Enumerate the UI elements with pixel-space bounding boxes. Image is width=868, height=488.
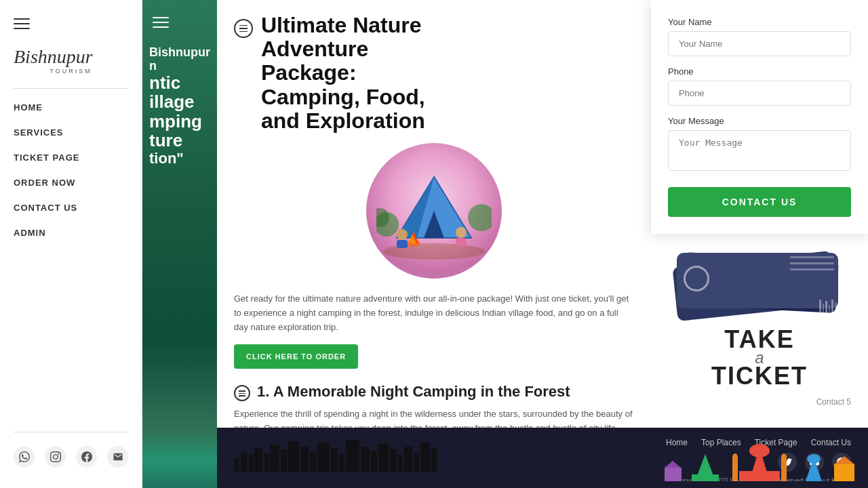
article-title: 1. A Memorable Night Camping in the Fore…: [257, 382, 570, 402]
svg-rect-52: [651, 481, 868, 488]
footer: Home Top Places Ticket Page Contact Us: [217, 428, 868, 488]
whatsapp-icon[interactable]: [14, 446, 35, 468]
svg-rect-14: [234, 458, 239, 472]
svg-rect-28: [361, 447, 370, 472]
sidebar-divider2: [14, 432, 128, 432]
sidebar-menu-icon[interactable]: [14, 14, 34, 34]
svg-rect-24: [317, 443, 330, 472]
sidebar-item-ticket[interactable]: TICKET PAGE: [14, 146, 128, 169]
svg-point-9: [456, 227, 467, 238]
svg-point-12: [468, 204, 492, 231]
svg-point-38: [749, 444, 770, 458]
take-ticket-text: TAKE a TICKET: [711, 325, 808, 390]
name-label: Your Name: [668, 17, 851, 27]
article-header: 1. A Memorable Night Camping in the Fore…: [234, 382, 634, 402]
social-icons: [0, 439, 142, 474]
menu-circle-icon: [234, 19, 253, 38]
instagram-icon[interactable]: [45, 446, 66, 468]
hero-menu-icon[interactable]: [153, 12, 173, 33]
sidebar-item-home[interactable]: HOME: [14, 96, 128, 119]
sidebar-divider: [14, 88, 128, 89]
svg-rect-36: [431, 448, 437, 472]
sidebar-item-admin[interactable]: ADMIN: [14, 221, 128, 245]
svg-rect-48: [665, 468, 682, 481]
svg-point-7: [397, 229, 408, 240]
svg-rect-21: [288, 441, 299, 472]
svg-rect-23: [310, 451, 316, 472]
name-field-group: Your Name: [668, 17, 851, 56]
ticket-area: TAKE a TICKET Contact 5: [651, 234, 868, 428]
svg-rect-50: [834, 464, 854, 481]
svg-rect-35: [420, 443, 430, 472]
message-input[interactable]: [668, 130, 851, 171]
svg-rect-26: [339, 453, 344, 472]
email-icon[interactable]: [107, 446, 128, 468]
sidebar-nav: HOME SERVICES TICKET PAGE ORDER NOW CONT…: [0, 96, 142, 425]
phone-input[interactable]: [668, 81, 851, 106]
sidebar: Bishnupur TOURISM HOME SERVICES TICKET P…: [0, 0, 142, 488]
water-reflection: [142, 434, 217, 488]
contact5-label: Contact 5: [816, 397, 851, 407]
contact-submit-button[interactable]: CONTACT US: [668, 187, 851, 217]
svg-point-43: [781, 453, 787, 462]
svg-rect-18: [264, 453, 269, 472]
svg-rect-22: [300, 447, 309, 472]
svg-point-41: [732, 453, 738, 462]
contact-form-panel: Your Name Phone Your Message CONTACT US: [651, 0, 868, 234]
middle-content: Ultimate Nature Adventure Package: Campi…: [217, 0, 651, 428]
svg-rect-8: [397, 240, 408, 248]
package-header: Ultimate Nature Adventure Package: Campi…: [234, 14, 634, 133]
logo-subtitle: TOURISM: [14, 68, 128, 75]
city-skyline: [234, 438, 666, 472]
ticket-graphic: [671, 251, 848, 319]
svg-rect-20: [281, 449, 288, 472]
package-title: Ultimate Nature Adventure Package: Campi…: [261, 14, 425, 133]
article-menu-icon: [234, 385, 250, 401]
sidebar-item-contact[interactable]: CONTACT US: [14, 196, 128, 220]
india-monuments: [651, 444, 868, 488]
right-column: Your Name Phone Your Message CONTACT US: [651, 0, 868, 428]
svg-rect-32: [398, 455, 403, 472]
sidebar-item-services[interactable]: SERVICES: [14, 121, 128, 144]
package-description: Get ready for the ultimate nature advent…: [234, 292, 634, 334]
svg-rect-34: [414, 452, 419, 472]
logo-text: Bishnupur: [14, 47, 128, 66]
article-description: Experience the thrill of spending a nigh…: [234, 407, 634, 428]
svg-rect-33: [404, 447, 412, 472]
hero-panel: Bishnupur n ntic illage mping ture tion": [142, 0, 217, 488]
svg-point-47: [807, 454, 821, 464]
svg-rect-10: [456, 238, 467, 246]
svg-rect-15: [241, 451, 248, 472]
logo-area: Bishnupur TOURISM: [0, 41, 142, 88]
order-button[interactable]: CLICK HERE TO ORDER: [234, 344, 358, 369]
svg-rect-31: [390, 449, 397, 472]
hero-title: Bishnupur n ntic illage mping ture tion": [142, 39, 217, 174]
message-field-group: Your Message: [668, 116, 851, 174]
svg-rect-45: [692, 474, 719, 481]
svg-rect-27: [346, 440, 359, 472]
message-label: Your Message: [668, 116, 851, 126]
sidebar-item-order[interactable]: ORDER NOW: [14, 171, 128, 195]
camping-illustration: [366, 143, 502, 279]
svg-rect-17: [254, 448, 262, 472]
svg-rect-19: [270, 445, 279, 472]
svg-rect-39: [739, 471, 780, 481]
svg-rect-29: [371, 451, 377, 472]
svg-rect-16: [249, 455, 254, 472]
facebook-icon[interactable]: [76, 446, 97, 468]
phone-label: Phone: [668, 66, 851, 77]
name-input[interactable]: [668, 31, 851, 56]
svg-rect-25: [331, 448, 338, 472]
svg-marker-49: [665, 461, 681, 468]
phone-field-group: Phone: [668, 66, 851, 106]
svg-rect-30: [378, 444, 389, 472]
svg-marker-51: [834, 456, 854, 464]
